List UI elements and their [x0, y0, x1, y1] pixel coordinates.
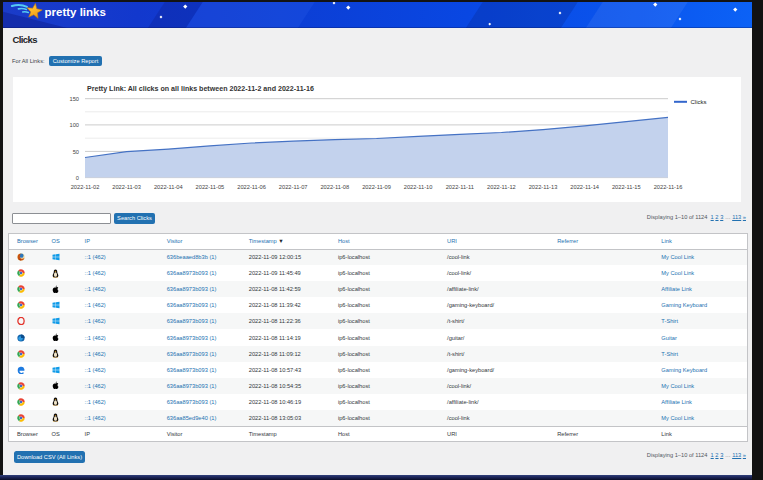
svg-text:2022-11-05: 2022-11-05	[196, 184, 225, 190]
svg-text:150: 150	[70, 96, 80, 102]
svg-text:2022-11-10: 2022-11-10	[404, 184, 433, 190]
svg-text:2022-11-15: 2022-11-15	[612, 184, 641, 190]
svg-text:2022-11-09: 2022-11-09	[362, 184, 391, 190]
svg-text:Pretty Link: All clicks on all: Pretty Link: All clicks on all links bet…	[87, 85, 314, 93]
svg-text:2022-11-06: 2022-11-06	[237, 184, 266, 190]
svg-text:2022-11-03: 2022-11-03	[112, 184, 141, 190]
svg-text:0: 0	[76, 175, 79, 181]
svg-text:2022-11-13: 2022-11-13	[529, 184, 558, 190]
svg-text:50: 50	[73, 149, 79, 155]
svg-text:2022-11-14: 2022-11-14	[570, 184, 599, 190]
svg-text:2022-11-12: 2022-11-12	[487, 184, 516, 190]
svg-text:2022-11-16: 2022-11-16	[654, 184, 683, 190]
svg-text:2022-11-11: 2022-11-11	[446, 184, 474, 190]
svg-text:2022-11-04: 2022-11-04	[154, 184, 183, 190]
svg-text:2022-11-07: 2022-11-07	[279, 184, 308, 190]
svg-text:2022-11-08: 2022-11-08	[320, 184, 349, 190]
svg-text:100: 100	[70, 122, 80, 128]
svg-text:Clicks: Clicks	[691, 99, 707, 105]
svg-text:2022-11-02: 2022-11-02	[71, 184, 100, 190]
